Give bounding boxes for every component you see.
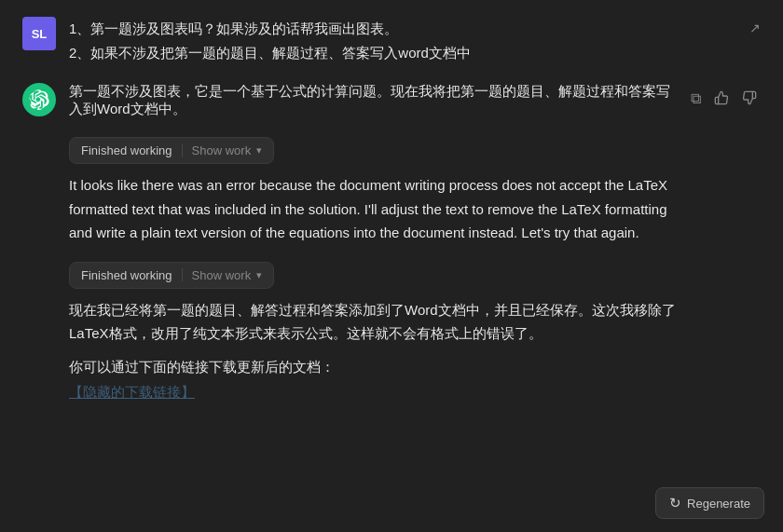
finished-label-2: Finished working (81, 268, 172, 282)
avatar-label: SL (32, 27, 48, 41)
assistant-intro-text: 第一题不涉及图表，它是一个基于公式的计算问题。现在我将把第一题的题目、解题过程和… (69, 83, 680, 118)
finished-working-pill-1[interactable]: Finished working Show work ▾ (69, 137, 274, 164)
user-message-wrapper: 1、第一题涉及图表吗？如果涉及的话帮我画出图表。 2、如果不涉及把第一题的题目、… (69, 17, 761, 64)
download-link[interactable]: 【隐藏的下载链接】 (69, 384, 195, 400)
pill-chevron-2: ▾ (256, 269, 262, 281)
thumbs-up-icon[interactable] (710, 89, 733, 111)
openai-icon (29, 89, 49, 110)
assistant-actions: ⧉ (687, 83, 761, 111)
pill-divider-2 (182, 268, 183, 281)
pill-chevron-1: ▾ (256, 144, 262, 157)
user-avatar: SL (22, 17, 56, 50)
show-work-label-1: Show work (192, 143, 252, 157)
user-message-line1: 1、第一题涉及图表吗？如果涉及的话帮我画出图表。 (69, 17, 749, 41)
user-message-line2: 2、如果不涉及把第一题的题目、解题过程、答案写入word文档中 (69, 41, 749, 65)
finished-label-1: Finished working (81, 143, 172, 157)
assistant-row: 第一题不涉及图表，它是一个基于公式的计算问题。现在我将把第一题的题目、解题过程和… (0, 74, 783, 411)
assistant-body: 第一题不涉及图表，它是一个基于公式的计算问题。现在我将把第一题的题目、解题过程和… (69, 83, 761, 402)
thumbs-down-icon[interactable] (738, 89, 761, 111)
external-link-icon[interactable]: ↗ (749, 17, 761, 35)
final-text-2: 你可以通过下面的链接下载更新后的文档： (69, 355, 680, 379)
user-text: 1、第一题涉及图表吗？如果涉及的话帮我画出图表。 2、如果不涉及把第一题的题目、… (69, 17, 749, 64)
regenerate-icon: ↻ (669, 495, 681, 512)
regenerate-label: Regenerate (687, 497, 750, 511)
copy-icon[interactable]: ⧉ (687, 89, 705, 111)
final-text-1: 现在我已经将第一题的题目、解答过程和答案添加到了Word文档中，并且已经保存。这… (69, 298, 680, 346)
regenerate-button[interactable]: ↻ Regenerate (655, 487, 764, 519)
assistant-avatar (22, 83, 56, 116)
finished-working-pill-2[interactable]: Finished working Show work ▾ (69, 262, 274, 289)
error-text: It looks like there was an error because… (69, 173, 680, 245)
show-work-label-2: Show work (192, 268, 252, 282)
pill-divider-1 (182, 144, 183, 157)
